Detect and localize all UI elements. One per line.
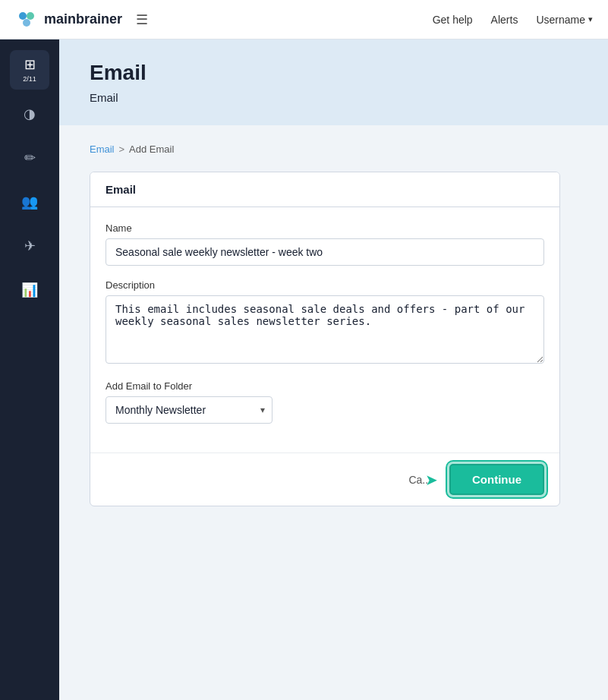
svg-point-2: [23, 19, 30, 27]
continue-button-wrapper: ➤ Continue: [449, 464, 544, 495]
logo-icon: [15, 8, 38, 31]
content-area: Email > Add Email Email Name Description: [59, 125, 608, 525]
description-form-group: Description: [106, 279, 544, 367]
top-nav: mainbrainer ☰ Get help Alerts Username: [0, 0, 608, 39]
sidebar-item-grid[interactable]: ⊞ 2/11: [10, 50, 49, 90]
folder-select-wrapper: Monthly Newsletter Weekly Newsletter Pro…: [106, 396, 272, 424]
form-footer: Ca... ➤ Continue: [90, 452, 559, 506]
svg-point-0: [19, 12, 27, 20]
sidebar-item-send[interactable]: ✈: [10, 226, 49, 266]
sidebar-item-edit[interactable]: ✏: [10, 138, 49, 178]
username-menu[interactable]: Username: [536, 14, 593, 26]
form-card-body: Name Description Add Email to Folder M: [90, 207, 559, 452]
breadcrumb-separator: >: [119, 143, 125, 155]
sidebar-grid-label: 2/11: [23, 75, 36, 84]
email-form-card: Email Name Description Add Email to Fo: [90, 172, 560, 506]
dashboard-icon: ◑: [24, 106, 36, 122]
breadcrumb: Email > Add Email: [90, 143, 578, 155]
name-form-group: Name: [106, 222, 544, 266]
folder-form-group: Add Email to Folder Monthly Newsletter W…: [106, 380, 544, 424]
folder-label: Add Email to Folder: [106, 380, 544, 392]
folder-select[interactable]: Monthly Newsletter Weekly Newsletter Pro…: [106, 396, 272, 424]
svg-point-1: [27, 12, 34, 20]
sidebar-item-dashboard[interactable]: ◑: [10, 94, 49, 134]
page-header: Email Email: [59, 39, 608, 125]
sidebar-item-analytics[interactable]: 📊: [10, 270, 49, 310]
main-content: Email Email Email > Add Email Email Name: [59, 39, 608, 700]
page-subtitle: Email: [90, 91, 578, 104]
logo-area: mainbrainer ☰: [15, 8, 148, 31]
hamburger-icon[interactable]: ☰: [136, 11, 148, 28]
page-title: Email: [90, 61, 578, 85]
logo-text: mainbrainer: [44, 11, 122, 27]
form-card-title: Email: [90, 172, 559, 207]
analytics-icon: 📊: [21, 282, 38, 298]
description-textarea[interactable]: [106, 295, 544, 364]
name-input[interactable]: [106, 238, 544, 266]
sidebar: ⊞ 2/11 ◑ ✏ 👥 ✈ 📊: [0, 39, 59, 700]
sidebar-item-contacts[interactable]: 👥: [10, 182, 49, 222]
get-help-link[interactable]: Get help: [433, 14, 473, 26]
edit-icon: ✏: [24, 150, 36, 166]
grid-icon: ⊞: [24, 56, 36, 73]
send-icon: ✈: [24, 238, 36, 254]
breadcrumb-parent[interactable]: Email: [90, 143, 115, 155]
alerts-link[interactable]: Alerts: [491, 14, 518, 26]
layout: ⊞ 2/11 ◑ ✏ 👥 ✈ 📊 Email Email Email: [0, 39, 608, 700]
breadcrumb-current: Add Email: [129, 143, 174, 155]
nav-right: Get help Alerts Username: [433, 14, 593, 26]
name-label: Name: [106, 222, 544, 234]
description-label: Description: [106, 279, 544, 291]
continue-arrow-icon: ➤: [425, 471, 438, 489]
contacts-icon: 👥: [21, 194, 38, 210]
continue-button[interactable]: Continue: [449, 464, 544, 495]
